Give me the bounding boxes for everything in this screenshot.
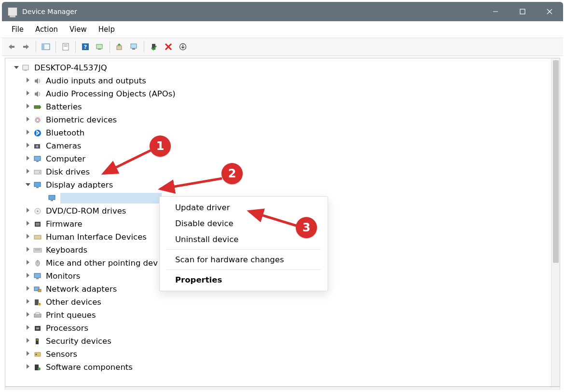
speaker-icon (32, 76, 43, 86)
menu-file[interactable]: File (6, 23, 29, 36)
tree-category-label: Cameras (46, 139, 81, 152)
enable-device-button[interactable] (147, 40, 161, 54)
tree-category-battery[interactable]: Batteries (10, 100, 551, 113)
disable-device-button[interactable] (127, 40, 141, 54)
expand-arrow-icon[interactable] (24, 258, 32, 268)
tree-root[interactable]: DESKTOP-4L537JQ (10, 61, 551, 74)
tree-category-fingerprint[interactable]: Biometric devices (10, 113, 551, 126)
expand-arrow-icon[interactable] (24, 363, 32, 372)
tree-category-speaker[interactable]: Audio Processing Objects (APOs) (10, 87, 551, 100)
add-legacy-hardware-button[interactable] (176, 40, 190, 54)
tree-category-disk[interactable]: Disk drives (10, 165, 551, 178)
expand-arrow-icon[interactable] (24, 76, 32, 86)
tree-category-other[interactable]: ?Other devices (10, 296, 551, 309)
svg-rect-53 (35, 299, 39, 305)
tree-category-label: Keyboards (46, 243, 87, 257)
svg-rect-4 (11, 46, 14, 48)
svg-rect-25 (40, 107, 41, 108)
expand-arrow-icon[interactable] (24, 219, 32, 229)
sensor-icon (32, 350, 43, 359)
expand-arrow-icon[interactable] (24, 128, 32, 138)
expand-arrow-icon[interactable] (24, 297, 32, 307)
uninstall-device-button[interactable] (162, 40, 175, 54)
tree-category-sensor[interactable]: Sensors (10, 348, 551, 361)
menu-view[interactable]: View (64, 23, 93, 36)
battery-icon (32, 102, 43, 112)
expand-arrow-icon[interactable] (24, 324, 32, 333)
toolbar: ? (2, 38, 563, 56)
fingerprint-icon (32, 115, 43, 125)
expand-arrow-icon[interactable] (24, 311, 32, 320)
tree-category-label: Bluetooth (46, 126, 84, 139)
svg-line-66 (103, 150, 151, 174)
svg-line-67 (160, 178, 222, 189)
context-menu-scan[interactable]: Scan for hardware changes (160, 252, 328, 268)
menu-help[interactable]: Help (93, 23, 121, 36)
speaker-icon (32, 89, 43, 99)
tree-category-speaker[interactable]: Audio inputs and outputs (10, 74, 551, 87)
expand-arrow-icon[interactable] (24, 102, 32, 112)
expand-arrow-icon[interactable] (24, 141, 32, 151)
expand-arrow-icon[interactable] (24, 115, 32, 125)
svg-rect-15 (117, 46, 122, 50)
update-driver-button[interactable] (113, 40, 126, 54)
expand-arrow-icon[interactable] (12, 63, 21, 73)
svg-rect-59 (36, 327, 39, 329)
tree-category-camera[interactable]: Cameras (10, 139, 551, 152)
svg-rect-16 (131, 44, 137, 48)
tree-category-software[interactable]: Software components (10, 361, 551, 374)
tree-category-label: Computer (46, 152, 85, 165)
titlebar: Device Manager (2, 2, 563, 21)
computer-icon (21, 63, 31, 73)
tree-category-label: Audio Processing Objects (APOs) (46, 87, 176, 100)
display-icon (32, 180, 43, 190)
svg-point-61 (37, 339, 38, 340)
expand-arrow-icon[interactable] (24, 232, 32, 242)
tree-category-display[interactable]: Display adapters (10, 178, 551, 191)
tree-category-monitor[interactable]: Computer (10, 152, 551, 165)
expand-arrow-icon[interactable] (24, 180, 32, 190)
tree-category-label: Mice and other pointing dev (46, 257, 158, 270)
tree-category-printer[interactable]: Print queues (10, 309, 551, 322)
display-icon (47, 193, 57, 203)
tree-category-cpu[interactable]: Processors (10, 322, 551, 335)
expand-arrow-icon[interactable] (24, 206, 32, 216)
expand-arrow-icon[interactable] (24, 154, 32, 164)
show-hide-tree-button[interactable] (39, 40, 53, 54)
expand-arrow-icon[interactable] (24, 271, 32, 281)
chip-icon (32, 219, 43, 229)
context-menu-properties[interactable]: Properties (160, 272, 328, 288)
help-button[interactable]: ? (79, 40, 92, 54)
annotation-arrow-3 (243, 206, 301, 230)
other-icon: ? (32, 297, 43, 307)
vertical-scrollbar[interactable] (551, 58, 560, 386)
expand-arrow-icon[interactable] (24, 89, 32, 99)
close-button[interactable] (536, 2, 563, 21)
security-icon (32, 337, 43, 346)
minimize-button[interactable] (482, 2, 509, 21)
expand-arrow-icon[interactable] (24, 284, 32, 294)
expand-arrow-icon[interactable] (24, 337, 32, 346)
tree-category-label: Security devices (46, 335, 111, 348)
software-icon (32, 363, 43, 372)
scrollbar-thumb[interactable] (553, 60, 559, 263)
back-button[interactable] (5, 40, 18, 54)
tree-category-security[interactable]: Security devices (10, 335, 551, 348)
svg-rect-42 (36, 223, 40, 226)
expand-arrow-icon[interactable] (24, 350, 32, 359)
expand-arrow-icon[interactable] (24, 167, 32, 177)
maximize-button[interactable] (509, 2, 536, 21)
properties-button[interactable] (59, 40, 72, 54)
horizontal-scrollbar[interactable] (5, 387, 560, 392)
menu-action[interactable]: Action (29, 23, 64, 36)
svg-rect-57 (36, 312, 40, 314)
tree-category-bluetooth[interactable]: Bluetooth (10, 126, 551, 139)
window-title: Device Manager (22, 8, 482, 15)
forward-button[interactable] (19, 40, 33, 54)
menubar: File Action View Help (2, 21, 563, 38)
toolbar-separator (55, 41, 56, 53)
svg-rect-8 (63, 43, 69, 50)
toolbar-separator (36, 41, 36, 53)
scan-hardware-changes-button[interactable] (93, 40, 107, 54)
expand-arrow-icon[interactable] (24, 245, 32, 255)
